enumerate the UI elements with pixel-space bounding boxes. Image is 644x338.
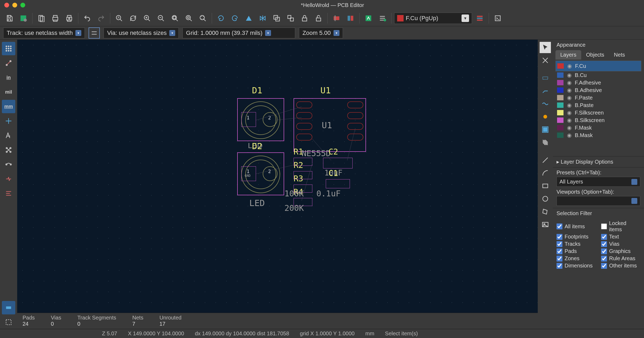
unlock-button[interactable]	[312, 12, 325, 24]
via-display-toggle[interactable]	[2, 315, 15, 329]
drc-button[interactable]	[376, 12, 389, 24]
net-highlight-toggle[interactable]	[2, 172, 15, 186]
save-button[interactable]	[3, 12, 16, 24]
layer-row[interactable]: ◉F.Adhesive	[555, 79, 641, 86]
print-button[interactable]	[49, 12, 61, 24]
plot-button[interactable]	[63, 12, 75, 24]
footprint-R[interactable]	[294, 171, 312, 179]
zoom-fit-button[interactable]	[169, 12, 181, 24]
update-from-schematic-button[interactable]	[362, 12, 375, 24]
layer-row[interactable]: ◉F.Paste	[555, 94, 641, 101]
eye-icon[interactable]: ◉	[566, 109, 572, 116]
filter-checkbox[interactable]: All items	[557, 220, 596, 233]
units-mm-button[interactable]: mm	[2, 100, 15, 113]
draw-poly-tool[interactable]	[540, 206, 551, 217]
route-diff-pair-tool[interactable]	[540, 98, 551, 109]
draw-line-tool[interactable]	[540, 155, 551, 166]
place-footprint-tool[interactable]	[540, 72, 551, 84]
rotate-cw-button[interactable]	[229, 12, 241, 24]
units-mils-button[interactable]: mil	[2, 85, 15, 99]
draw-rect-tool[interactable]	[540, 180, 551, 192]
layers-list[interactable]: ◉F.Cu◉B.Cu◉F.Adhesive◉B.Adhesive◉F.Paste…	[553, 60, 644, 156]
filter-checkbox[interactable]: Pads	[557, 248, 596, 254]
footprint-C1[interactable]	[326, 179, 350, 188]
zoom-in-button[interactable]	[141, 12, 153, 24]
group-button[interactable]	[270, 12, 283, 24]
filter-checkbox[interactable]: Dimensions	[557, 263, 596, 269]
eye-icon[interactable]: ◉	[566, 63, 572, 69]
eye-icon[interactable]: ◉	[566, 132, 572, 138]
board-setup-button[interactable]	[17, 12, 30, 24]
zoom-selector[interactable]: Zoom 5.00 ▾	[299, 28, 343, 38]
add-rule-area-tool[interactable]	[540, 137, 551, 148]
zoom-objects-button[interactable]	[183, 12, 195, 24]
filter-checkbox[interactable]: Tracks	[557, 241, 596, 247]
layer-row[interactable]: ◉B.Paste	[555, 101, 641, 109]
layer-row[interactable]: ◉B.Adhesive	[555, 86, 641, 94]
layer-pairs-button[interactable]	[474, 12, 486, 24]
draw-circle-tool[interactable]	[540, 193, 551, 204]
footprint-C2[interactable]	[323, 158, 353, 168]
mirror-h-button[interactable]	[257, 12, 269, 24]
filter-checkbox[interactable]: Text	[601, 234, 640, 240]
grid-override-toggle[interactable]	[2, 56, 15, 70]
eye-icon[interactable]: ◉	[566, 102, 572, 108]
eye-icon[interactable]: ◉	[566, 124, 572, 131]
active-layer-selector[interactable]: F.Cu (PgUp) ▼	[394, 13, 472, 24]
via-size-selector[interactable]: Via: use netclass sizes ▾	[104, 28, 179, 38]
filter-checkbox[interactable]: Rule Areas	[601, 255, 640, 262]
zone-display-toggle[interactable]	[2, 187, 15, 200]
find-button[interactable]: A	[113, 12, 125, 24]
tab-nets[interactable]: Nets	[609, 50, 630, 60]
filter-checkbox[interactable]: Vias	[601, 241, 640, 247]
layer-row[interactable]: ◉F.Silkscreen	[555, 109, 641, 116]
grid-selector[interactable]: Grid: 1.0000 mm (39.37 mils) ▾	[182, 28, 295, 38]
filter-checkbox[interactable]: Footprints	[557, 234, 596, 240]
pcb-canvas[interactable]: D1 1 2 LED D2 1 GND 2 LED U1 U1	[17, 40, 538, 313]
layer-display-options[interactable]: ▸ Layer Display Options	[553, 156, 644, 167]
filter-checkbox[interactable]: Zones	[557, 255, 596, 262]
layer-row[interactable]: ◉B.Cu	[555, 71, 641, 79]
rotate-ccw-button[interactable]	[215, 12, 227, 24]
eye-icon[interactable]: ◉	[566, 94, 572, 101]
track-width-selector[interactable]: Track: use netclass width ▾	[3, 28, 85, 38]
select-tool[interactable]	[540, 42, 551, 53]
eye-icon[interactable]: ◉	[566, 117, 572, 123]
layer-row[interactable]: ◉F.Cu	[555, 61, 641, 71]
add-image-tool[interactable]	[540, 219, 551, 230]
polar-coords-toggle[interactable]	[2, 114, 15, 128]
ungroup-button[interactable]	[284, 12, 297, 24]
ratsnest-curved-toggle[interactable]	[2, 158, 15, 171]
filter-checkbox[interactable]: Graphics	[601, 248, 640, 254]
filter-checkbox[interactable]: Other items	[601, 263, 640, 269]
footprint-browser-button[interactable]	[344, 12, 357, 24]
filter-checkbox[interactable]: Locked items	[601, 220, 640, 233]
redo-button[interactable]	[95, 12, 107, 24]
units-inches-button[interactable]: in	[2, 71, 15, 84]
tab-layers[interactable]: Layers	[555, 50, 581, 60]
route-track-tool[interactable]	[540, 85, 551, 97]
mirror-v-button[interactable]	[243, 12, 255, 24]
scripting-button[interactable]	[492, 12, 504, 24]
grid-toggle[interactable]	[2, 42, 15, 55]
undo-button[interactable]	[81, 12, 93, 24]
eye-icon[interactable]: ◉	[566, 79, 572, 86]
local-ratsnest-tool[interactable]	[540, 55, 551, 66]
page-settings-button[interactable]	[35, 12, 47, 24]
ratsnest-toggle[interactable]	[2, 143, 15, 157]
draw-arc-tool[interactable]	[540, 167, 551, 179]
presets-selector[interactable]: All Layers	[557, 177, 640, 187]
pad-display-toggle[interactable]	[2, 301, 15, 314]
viewports-selector[interactable]	[557, 196, 640, 206]
eye-icon[interactable]: ◉	[566, 87, 572, 93]
auto-track-width-toggle[interactable]	[89, 27, 100, 39]
footprint-R[interactable]	[294, 158, 312, 166]
footprint-editor-button[interactable]	[330, 12, 343, 24]
close-window-button[interactable]	[4, 3, 9, 8]
lock-button[interactable]	[298, 12, 311, 24]
cursor-shape-toggle[interactable]	[2, 129, 15, 142]
maximize-window-button[interactable]	[20, 3, 25, 8]
add-zone-tool[interactable]	[540, 124, 551, 135]
add-via-tool[interactable]	[540, 111, 551, 122]
tab-objects[interactable]: Objects	[581, 50, 609, 60]
